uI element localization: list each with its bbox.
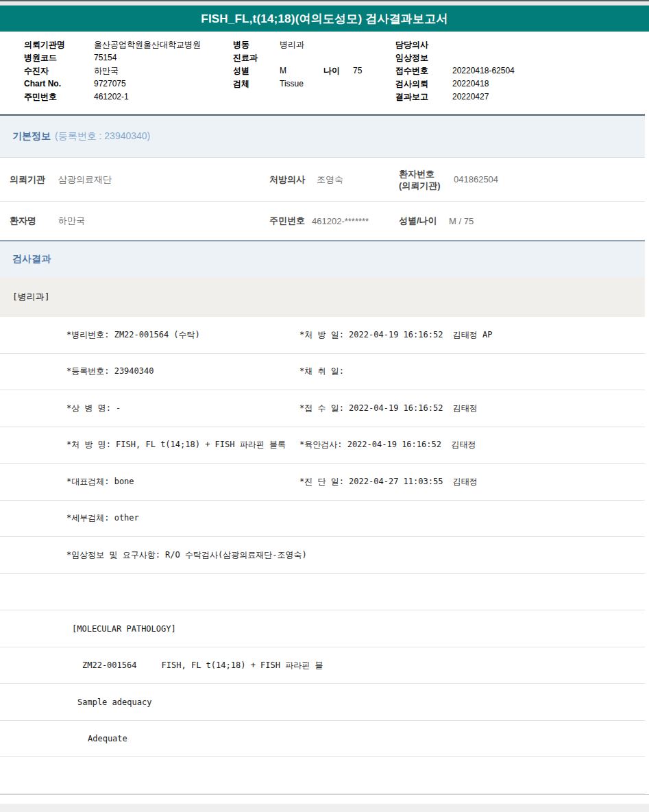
field-value-requesting-org: 울산공업학원울산대학교병원 — [94, 38, 201, 51]
value-resident-registration-no: 461202-******* — [312, 202, 369, 240]
field-label-test-request-date: 검사의뢰 — [395, 77, 428, 90]
field-value-receipt-no: 20220418-62504 — [452, 64, 515, 77]
value-prescribing-doctor: 조영숙 — [317, 158, 343, 201]
label-prescribing-doctor: 처방의사 — [269, 158, 305, 201]
field-label-resident-no: 주민번호 — [24, 91, 57, 103]
result-rows: *병리번호: ZM22-001564 (수탁) *처 방 일: 2022-04-… — [0, 317, 645, 794]
label-patient-name: 환자명 — [10, 202, 36, 240]
result-row-diagnosis-name: *상 병 명: - *접 수 일: 2022-04-19 16:16:52 김태… — [0, 390, 645, 427]
value-requesting-org: 삼광의료재단 — [58, 158, 112, 201]
field-value-result-report-date: 20220427 — [452, 91, 489, 103]
field-value-age: 75 — [353, 64, 362, 77]
value-patient-no-org: 041862504 — [454, 158, 498, 201]
field-label-doctor-in-charge: 담당의사 — [395, 38, 428, 51]
field-label-clinical-info: 임상정보 — [395, 51, 428, 64]
field-value-resident-no: 461202-1 — [94, 91, 129, 103]
field-value-chart-no: 9727075 — [94, 77, 126, 90]
field-label-chart-no: Chart No. — [24, 77, 61, 90]
field-label-sex: 성별 — [233, 64, 249, 77]
test-results-title: 검사결과 — [12, 253, 51, 265]
field-label-specimen: 검체 — [233, 77, 249, 90]
report-page: FISH_FL,t(14;18)(여의도성모) 검사결과보고서 의뢰기관명 울산… — [0, 0, 649, 812]
department-row: [병리과] — [0, 277, 645, 317]
result-row-molecular-pathology: [MOLECULAR PATHOLOGY] — [0, 610, 645, 647]
field-label-department: 진료과 — [233, 51, 258, 64]
result-row-case-order: ZM22-001564 FISH, FL t(14;18) + FISH 파라핀… — [0, 647, 645, 684]
basic-info-registration-no: (등록번호 : 23940340) — [55, 130, 150, 143]
field-value-hospital-code: 75154 — [94, 51, 117, 64]
report-title: FISH_FL,t(14;18)(여의도성모) 검사결과보고서 — [201, 11, 448, 27]
value-patient-name: 하만국 — [58, 202, 85, 240]
department-name: [병리과] — [12, 291, 50, 303]
value-sex-age: M / 75 — [449, 202, 474, 240]
result-row-pathology-no: *병리번호: ZM22-001564 (수탁) *처 방 일: 2022-04-… — [0, 317, 645, 354]
field-value-examinee: 하만국 — [94, 64, 119, 77]
field-label-receipt-no: 접수번호 — [395, 64, 428, 77]
result-row-clinical-info-request: *임상정보 및 요구사항: R/O 수탁검사(삼광의료재단-조영숙) — [0, 537, 645, 574]
result-row-registration-no: *등록번호: 23940340 *채 취 일: — [0, 354, 645, 391]
footer-divider — [0, 794, 649, 795]
field-label-age: 나이 — [323, 64, 340, 77]
field-label-requesting-org: 의뢰기관명 — [24, 38, 65, 51]
result-row-representative-specimen: *대표검체: bone *진 단 일: 2022-04-27 11:03:55 … — [0, 464, 645, 501]
field-label-result-report-date: 결과보고 — [395, 91, 428, 103]
header-info-table: 의뢰기관명 울산공업학원울산대학교병원 병원코드 75154 수진자 하만국 C… — [0, 38, 649, 114]
label-requesting-org: 의뢰기관 — [10, 158, 45, 201]
result-row-adequate: Adequate — [0, 721, 645, 758]
field-value-specimen: Tissue — [280, 77, 304, 90]
report-title-bar: FISH_FL,t(14;18)(여의도성모) 검사결과보고서 — [0, 5, 649, 32]
result-row-empty-1 — [0, 574, 645, 611]
basic-info-section-header: 기본정보 (등록번호 : 23940340) — [0, 114, 645, 158]
patient-info-row-2: 환자명 하만국 주민번호 461202-******* 성별/나이 M / 75 — [0, 202, 645, 240]
field-label-hospital-code: 병원코드 — [24, 51, 57, 64]
field-value-ward: 병리과 — [280, 38, 304, 51]
field-value-sex: M — [280, 64, 286, 77]
label-patient-no-org: 환자번호(의뢰기관) — [399, 158, 441, 201]
result-row-sample-adequacy: Sample adequacy — [0, 684, 645, 721]
footer-gray-strip — [0, 804, 649, 812]
field-label-examinee: 수진자 — [24, 64, 49, 77]
field-value-test-request-date: 20220418 — [452, 77, 489, 90]
result-row-order-name: *처 방 명: FISH, FL t(14;18) + FISH 파라핀 블록 … — [0, 427, 645, 464]
test-results-section-header: 검사결과 — [0, 240, 645, 277]
patient-info-row-1: 의뢰기관 삼광의료재단 처방의사 조영숙 환자번호(의뢰기관) 04186250… — [0, 158, 645, 202]
result-row-empty-2 — [0, 757, 645, 794]
label-sex-age: 성별/나이 — [399, 202, 437, 240]
field-label-ward: 병동 — [233, 38, 249, 51]
basic-info-title: 기본정보 — [12, 130, 51, 143]
result-row-detail-specimen: *세부검체: other — [0, 501, 645, 538]
label-resident-registration-no: 주민번호 — [269, 202, 305, 240]
